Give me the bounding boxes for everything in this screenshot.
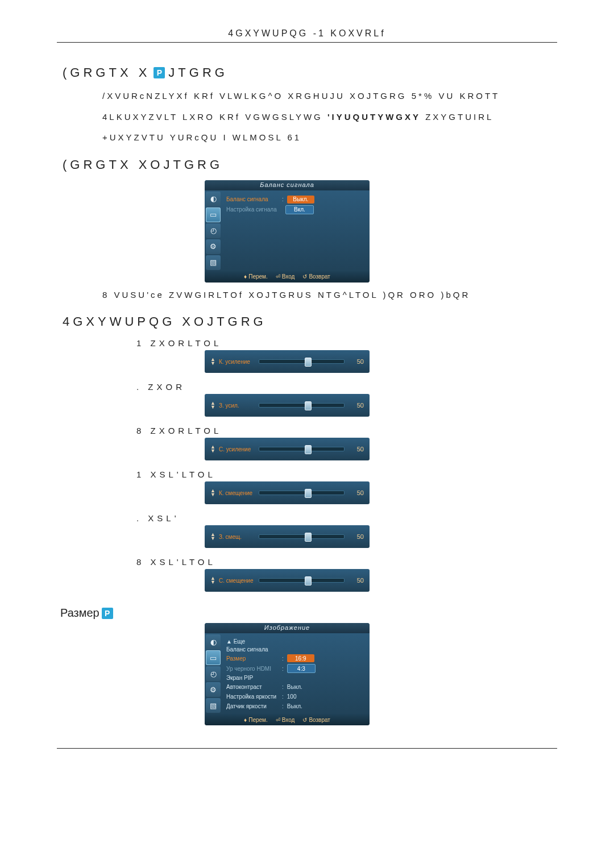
slider-thumb[interactable] [305, 358, 312, 367]
tab-info-icon[interactable]: ▧ [206, 255, 221, 270]
osd-footer-move-label: Перем. [248, 273, 268, 280]
slider-track[interactable] [259, 359, 345, 364]
colon: : [282, 666, 284, 672]
page-header: 4GXYWUPQG -1 KOXVRLf [57, 28, 557, 39]
arrow-up-down-icon[interactable]: ▲▼ [210, 576, 215, 584]
slider-thumb[interactable] [305, 576, 312, 585]
osd-footer-move: ♦Перем. [244, 273, 268, 280]
osd-footer-enter-label: Вход [282, 273, 295, 280]
slider-strip[interactable]: ▲▼З. усил.50 [205, 394, 370, 417]
osd-row[interactable]: Размер:16:9 [226, 654, 365, 662]
arrow-up-down-icon[interactable]: ▲▼ [210, 358, 215, 366]
slider-label: К. усиление [219, 359, 259, 365]
arrow-up-down-icon[interactable]: ▲▼ [210, 445, 215, 453]
tab-display-icon[interactable]: ▭ [206, 650, 221, 665]
osd-row-label: Ур черного HDMI [226, 666, 279, 672]
osd-row-balance-value[interactable]: Выкл. [287, 196, 314, 203]
slider-label: З. смещ. [219, 534, 259, 540]
slider-value: 50 [349, 577, 364, 584]
slider-track[interactable] [259, 578, 345, 583]
section-1-title-b: JTGRG [168, 65, 228, 80]
tab-display-icon[interactable]: ▭ [206, 207, 221, 222]
p-badge-icon: P [154, 67, 165, 78]
osd-row[interactable]: Автоконтраст:Выкл. [226, 683, 365, 691]
osd-titlebar: Изображение [205, 623, 370, 633]
section-4-title-text: Размер [60, 607, 99, 620]
osd-row-label: Размер [226, 655, 279, 662]
arrow-up-down-icon[interactable]: ▲▼ [210, 489, 215, 497]
slider-strip[interactable]: ▲▼К. смещение50 [205, 481, 370, 504]
arrow-up-down-icon[interactable]: ▲▼ [210, 533, 215, 541]
slider-track[interactable] [259, 491, 345, 495]
slider-strip[interactable]: ▲▼С. смещение50 [205, 569, 370, 592]
slider-heading: 1 ZXORLTOL [136, 338, 557, 348]
section-1-title: (GRGTX X P JTGRG [63, 65, 557, 80]
slider-strip[interactable]: ▲▼С. усиление50 [205, 438, 370, 460]
osd-row[interactable]: Датчик яркости:Выкл. [226, 702, 365, 710]
p-badge-icon: P [102, 608, 113, 619]
slider-label: С. смещение [219, 578, 259, 584]
osd-row-balance[interactable]: Баланс сигнала : Выкл. [226, 196, 365, 203]
osd-footer-return: ↺Возврат [302, 273, 330, 280]
slider-value: 50 [349, 402, 364, 409]
section-2-caption: 8 VUSU'ce ZVWGIRLTOf XOJTGRUS NTG^LTOL )… [102, 287, 557, 304]
osd-row-tune[interactable]: Настройка сигнала Вкл. [226, 205, 365, 214]
osd-footer-enter: ⏎Вход [276, 717, 295, 723]
return-icon: ↺ [302, 717, 307, 723]
slider-thumb[interactable] [305, 489, 312, 498]
osd-content: ▲ ЕщеБаланс сигналаРазмер:16:9Ур черного… [222, 633, 370, 714]
osd-row[interactable]: Настройка яркости:100 [226, 692, 365, 700]
return-icon: ↺ [302, 273, 307, 280]
tab-picture-icon[interactable]: ◐ [206, 192, 221, 206]
osd-row-label: Настройка яркости [226, 693, 279, 700]
osd-row-value: Выкл. [287, 702, 314, 710]
slider-track[interactable] [259, 447, 345, 451]
slider-track[interactable] [259, 534, 345, 539]
section-2-title: (GRGTX XOJTGRG [63, 157, 557, 172]
slider-thumb[interactable] [305, 445, 312, 454]
move-icon: ♦ [244, 273, 247, 280]
tab-info-icon[interactable]: ▧ [206, 698, 221, 713]
tab-timer-icon[interactable]: ◴ [206, 223, 221, 238]
osd-content: Баланс сигнала : Выкл. Настройка сигнала… [222, 190, 370, 271]
tab-settings-icon[interactable]: ⚙ [206, 682, 221, 697]
slider-label: З. усил. [219, 402, 259, 409]
tab-timer-icon[interactable]: ◴ [206, 666, 221, 681]
osd-row-label: ▲ Еще [226, 638, 279, 645]
tab-picture-icon[interactable]: ◐ [206, 634, 221, 649]
osd-row-value: Выкл. [287, 683, 314, 691]
slider-strip[interactable]: ▲▼К. усиление50 [205, 350, 370, 373]
slider-heading: 1 XSL'LTOL [136, 470, 557, 479]
slider-value: 50 [349, 446, 364, 452]
arrow-up-down-icon[interactable]: ▲▼ [210, 401, 215, 409]
osd-row[interactable]: Ур черного HDMI:4:3 [226, 664, 365, 673]
osd-row[interactable]: Баланс сигнала [226, 646, 365, 653]
osd-title: Баланс сигнала [260, 181, 314, 188]
slider-label: К. смещение [219, 490, 259, 496]
osd-row-value[interactable]: 4:3 [287, 664, 316, 673]
osd-footer-return-label: Возврат [309, 717, 330, 723]
slider-track[interactable] [259, 403, 345, 408]
osd-footer-move: ♦Перем. [244, 717, 268, 723]
osd-balance-menu: Баланс сигнала ◐ ▭ ◴ ⚙ ▧ Баланс сигнала … [205, 180, 370, 283]
osd-footer-return-label: Возврат [309, 273, 330, 280]
slider-thumb[interactable] [305, 401, 312, 410]
osd-row[interactable]: ▲ Еще [226, 638, 365, 645]
osd-row-tune-value[interactable]: Вкл. [285, 205, 314, 214]
divider-bottom [57, 748, 557, 749]
osd-row-value[interactable]: 16:9 [287, 654, 314, 662]
osd-footer: ♦Перем. ⏎Вход ↺Возврат [205, 714, 370, 725]
osd-footer-return: ↺Возврат [302, 717, 330, 723]
tab-settings-icon[interactable]: ⚙ [206, 239, 221, 254]
slider-heading: 8 XSL'LTOL [136, 557, 557, 567]
slider-thumb[interactable] [305, 533, 312, 542]
slider-strip[interactable]: ▲▼З. смещ.50 [205, 525, 370, 548]
osd-row[interactable]: Экран PIP [226, 675, 365, 681]
osd-row-label: Автоконтраст [226, 684, 279, 690]
slider-heading: . XSL' [136, 513, 557, 523]
osd-footer: ♦Перем. ⏎Вход ↺Возврат [205, 271, 370, 283]
osd-title: Изображение [264, 624, 310, 631]
colon: : [282, 655, 284, 662]
osd-footer-enter-label: Вход [282, 717, 295, 723]
section-1-line-2b: 'IYUQUTYWGXY [327, 112, 421, 122]
